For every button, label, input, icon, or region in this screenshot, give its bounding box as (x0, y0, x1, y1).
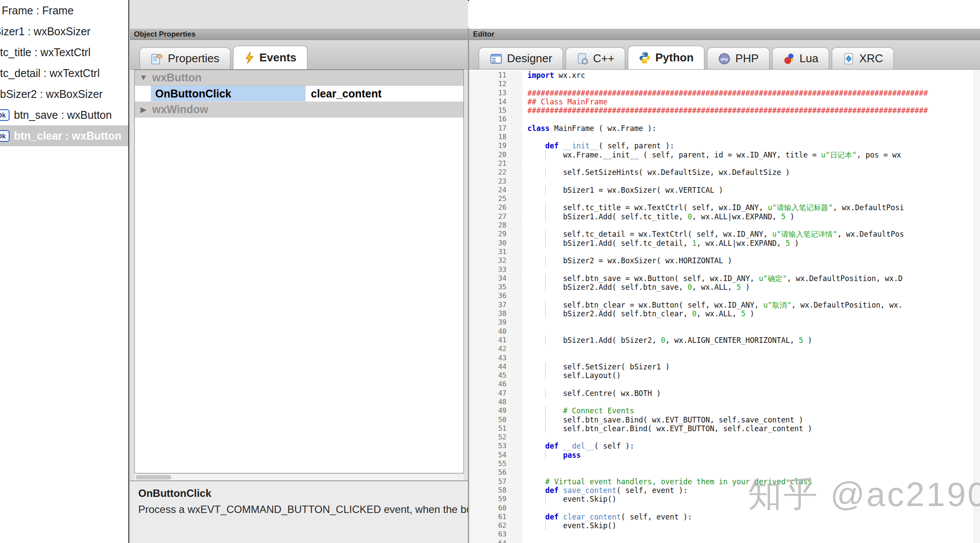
line-number: 28 (469, 221, 511, 230)
events-grid-hscrollbar[interactable] (134, 474, 464, 480)
code-line-52: 52 (469, 433, 980, 442)
code-line-34: 34 self.btn_save = wx.Button( self, wx.I… (469, 274, 980, 283)
fold-margin (511, 433, 522, 442)
code-line-45: 45 self.Layout() (469, 371, 980, 380)
code-line-27: 27 bSizer1.Add( self.tc_title, 0, wx.ALL… (469, 212, 980, 221)
line-number: 20 (469, 151, 511, 159)
hscrollbar-thumb[interactable] (136, 475, 171, 479)
line-number: 12 (469, 80, 511, 88)
fold-margin (511, 124, 522, 133)
line-number: 29 (469, 230, 511, 238)
tab-python[interactable]: Python (628, 46, 704, 69)
tab-properties[interactable]: Properties (140, 47, 230, 69)
ok-button-icon: Ok (0, 109, 10, 121)
event-group-wxwindow[interactable]: ▶ wxWindow (135, 102, 463, 117)
tab-cpp-label: C++ (593, 52, 614, 65)
fold-margin (511, 345, 522, 353)
fold-margin (511, 97, 522, 106)
line-number: 47 (469, 389, 511, 398)
tab-properties-label: Properties (168, 52, 220, 65)
fold-margin (511, 283, 522, 292)
tab-lua-label: Lua (800, 52, 818, 65)
ok-button-icon: Ok (0, 130, 10, 142)
tree-item-label: bSizer1 : wxBoxSizer (0, 25, 90, 38)
event-description-panel: OnButtonClick Process a wxEVT_COMMAND_BU… (130, 480, 468, 543)
tree-item-label: bSizer2 : wxBoxSizer (0, 88, 103, 101)
code-line-49: 49 # Connect Events (469, 406, 980, 415)
tree-item-btn_clear[interactable]: Okbtn_clear : wxButton (0, 125, 128, 146)
line-number: 44 (469, 362, 511, 371)
code-line-36: 36 (469, 292, 980, 300)
code-line-55: 55 (469, 459, 980, 468)
fold-margin (511, 265, 522, 274)
code-line-39: 39 (469, 318, 980, 327)
line-number: 42 (469, 345, 511, 353)
events-grid: ▼ wxButton OnButtonClick clear_content ▶… (134, 70, 464, 473)
tree-item-tc_title[interactable]: tc_title : wxTextCtrl (0, 42, 128, 63)
line-number: 23 (469, 177, 511, 186)
code-line-30: 30 bSizer1.Add( self.tc_detail, 1, wx.AL… (469, 239, 980, 248)
line-number: 59 (469, 495, 511, 503)
fold-margin (511, 248, 522, 256)
tab-lua[interactable]: Lua (772, 47, 829, 69)
line-number: 41 (469, 336, 511, 345)
tree-item-label: btn_save : wxButton (14, 109, 112, 121)
line-number: 54 (469, 451, 511, 459)
fold-margin (511, 133, 522, 141)
fold-margin (511, 451, 522, 459)
line-number: 18 (469, 133, 511, 141)
code-line-18: 18 (469, 133, 980, 141)
code-line-11: 11import wx.xrc (469, 71, 980, 80)
tree-item-label: tc_detail : wxTextCtrl (0, 67, 100, 80)
line-number: 56 (469, 468, 511, 477)
line-number: 58 (469, 486, 511, 495)
event-row-onbuttonclick: OnButtonClick clear_content (135, 86, 463, 102)
line-number: 14 (469, 97, 511, 106)
code-line-53: 53 def __del__( self ): (469, 442, 980, 450)
code-line-32: 32 bSizer2 = wx.BoxSizer( wx.HORIZONTAL … (469, 256, 980, 265)
line-number: 26 (469, 203, 511, 212)
tab-xrc[interactable]: XRC (832, 47, 894, 69)
fold-margin (511, 318, 522, 327)
line-number: 25 (469, 194, 511, 203)
collapse-triangle-icon: ▼ (135, 73, 152, 82)
tree-item-bSizer2[interactable]: bSizer2 : wxBoxSizer (0, 84, 128, 104)
fold-margin (511, 151, 522, 159)
tab-cpp[interactable]: C++ (566, 47, 625, 69)
tree-item-tc_detail[interactable]: tc_detail : wxTextCtrl (0, 63, 128, 84)
event-name-cell[interactable]: OnButtonClick (151, 86, 305, 101)
tree-item-btn_save[interactable]: Okbtn_save : wxButton (0, 104, 128, 125)
code-line-12: 12 (469, 80, 980, 88)
tab-events[interactable]: Events (233, 46, 307, 69)
tab-designer[interactable]: Designer (479, 47, 563, 69)
fold-margin (511, 141, 522, 150)
code-line-14: 14## Class MainFrame (469, 97, 980, 106)
fold-margin (511, 177, 522, 186)
line-number: 11 (469, 71, 511, 80)
line-number: 43 (469, 354, 511, 362)
event-row-gutter (135, 86, 151, 101)
fold-margin (511, 221, 522, 230)
tab-php[interactable]: php PHP (707, 47, 769, 69)
line-number: 50 (469, 416, 511, 424)
fold-margin (511, 513, 522, 521)
properties-tabstrip: Properties Events (130, 40, 468, 70)
line-number: 24 (469, 186, 511, 194)
svg-text:php: php (721, 57, 728, 61)
fold-margin (511, 442, 522, 450)
code-line-41: 41 bSizer1.Add( bSizer2, 0, wx.ALIGN_CEN… (469, 336, 980, 345)
event-group-wxbutton[interactable]: ▼ wxButton (135, 70, 463, 86)
fold-margin (511, 530, 522, 539)
code-line-42: 42 (469, 345, 980, 353)
line-number: 37 (469, 301, 511, 309)
line-number: 52 (469, 433, 511, 442)
tree-item-Frame[interactable]: Frame : Frame (0, 0, 128, 21)
events-icon (244, 51, 255, 64)
object-tree[interactable]: Frame : FramebSizer1 : wxBoxSizertc_titl… (0, 0, 128, 146)
code-line-46: 46 (469, 380, 980, 389)
tree-item-bSizer1[interactable]: bSizer1 : wxBoxSizer (0, 21, 128, 42)
code-line-26: 26 self.tc_title = wx.TextCtrl( self, wx… (469, 203, 980, 212)
event-handler-cell[interactable]: clear_content (305, 86, 463, 101)
code-line-15: 15######################################… (469, 106, 980, 115)
code-line-47: 47 self.Centre( wx.BOTH ) (469, 389, 980, 398)
